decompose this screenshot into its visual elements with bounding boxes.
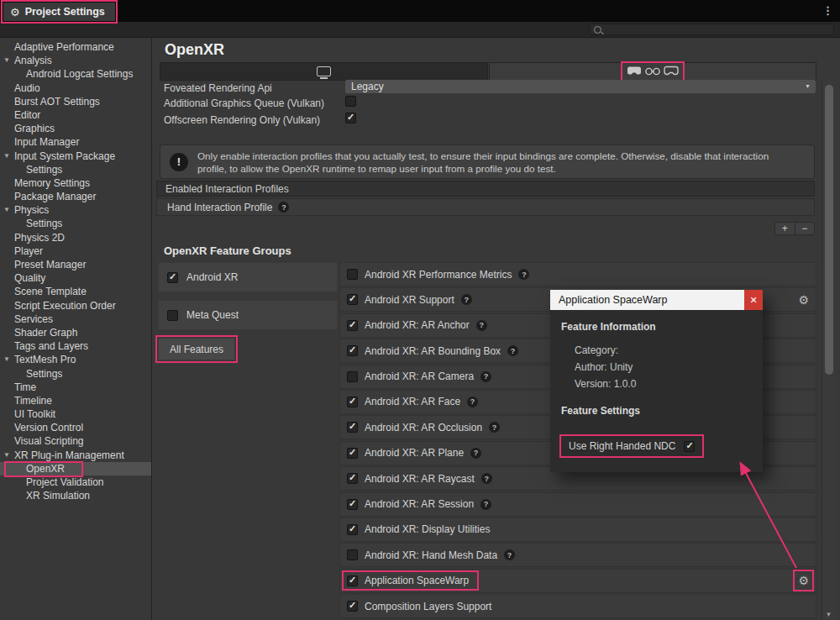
foveated-rendering-dropdown[interactable]: Legacy ▼	[345, 80, 816, 93]
feature-checkbox[interactable]	[347, 524, 358, 535]
sidebar-item[interactable]: ▼ Settings	[0, 367, 151, 381]
setting-checkbox[interactable]	[684, 441, 695, 452]
sidebar-item[interactable]: ▼ Physics 2D	[0, 231, 151, 244]
feature-checkbox[interactable]	[347, 345, 358, 356]
sidebar-item[interactable]: ▼ Settings	[0, 163, 151, 176]
sidebar-item[interactable]: ▼ OpenXR	[0, 462, 151, 476]
help-icon[interactable]: ?	[480, 499, 491, 510]
sidebar-item[interactable]: ▼ Android Logcat Settings	[0, 67, 151, 81]
feature-settings-gear-icon[interactable]: ⚙	[798, 294, 809, 306]
sidebar-item[interactable]: ▼ Scene Template	[0, 285, 151, 298]
sidebar-item[interactable]: ▼ Adaptive Performance	[0, 40, 151, 54]
feature-toggle: Android XR: AR Anchor ?	[347, 319, 487, 331]
setting-label: Use Right Handed NDC	[569, 440, 675, 452]
sidebar-item[interactable]: ▼ Settings	[0, 217, 151, 230]
sidebar-item[interactable]: ▼ Shader Graph	[0, 326, 151, 339]
foldout-icon[interactable]: ▼	[3, 356, 10, 363]
sidebar-item[interactable]: ▼ Memory Settings	[0, 176, 151, 190]
help-icon[interactable]: ?	[470, 448, 481, 459]
feature-group-row[interactable]: All Features	[158, 338, 235, 360]
kebab-menu-icon[interactable]: ⋮	[822, 4, 833, 17]
sidebar-item[interactable]: ▼ XR Simulation	[0, 489, 151, 502]
help-icon[interactable]: ?	[278, 202, 289, 213]
foldout-icon[interactable]: ▼	[3, 452, 10, 459]
tab-standalone[interactable]	[160, 62, 488, 81]
sidebar-item[interactable]: ▼ Package Manager	[0, 190, 151, 203]
feature-toggle: Android XR: Hand Mesh Data ?	[347, 549, 515, 561]
group-label: Meta Quest	[186, 309, 239, 321]
feature-checkbox[interactable]	[347, 422, 358, 433]
sidebar-item[interactable]: ▼ Editor	[0, 108, 151, 122]
sidebar-item[interactable]: ▼ Services	[0, 313, 151, 326]
sidebar-item[interactable]: ▼ UI Toolkit	[0, 407, 151, 421]
help-icon[interactable]: ?	[481, 473, 492, 484]
sidebar-item[interactable]: ▼ Audio	[0, 81, 151, 95]
help-icon[interactable]: ?	[480, 371, 491, 382]
graphics-queue-checkbox[interactable]	[345, 96, 356, 107]
feature-checkbox[interactable]	[347, 448, 358, 459]
sidebar-item[interactable]: ▼ Timeline	[0, 394, 151, 407]
help-icon[interactable]: ?	[507, 345, 518, 356]
sidebar-item[interactable]: ▼ Player	[0, 244, 151, 258]
foldout-icon[interactable]: ▼	[3, 57, 10, 64]
sidebar-item-label: Quality	[14, 272, 45, 284]
feature-checkbox[interactable]	[347, 575, 358, 586]
sidebar-item[interactable]: ▼ Physics	[0, 203, 151, 217]
tab-xr-devices[interactable]	[489, 62, 817, 81]
sidebar-item[interactable]: ▼ Script Execution Order	[0, 299, 151, 313]
scroll-down-icon[interactable]: ▼	[822, 611, 835, 618]
feature-settings-gear-icon[interactable]: ⚙	[798, 575, 809, 586]
sidebar-item[interactable]: ▼ Graphics	[0, 122, 151, 135]
help-icon[interactable]: ?	[461, 294, 472, 305]
feature-row: Application SpaceWarp ? ⚙	[339, 569, 816, 593]
foldout-icon[interactable]: ▼	[3, 207, 10, 213]
sidebar-item[interactable]: ▼ Version Control	[0, 421, 151, 434]
project-settings-window-tab[interactable]: ⚙ Project Settings	[3, 3, 115, 21]
sidebar-item[interactable]: ▼ Tags and Layers	[0, 339, 151, 353]
sidebar-item[interactable]: ▼ Burst AOT Settings	[0, 95, 151, 108]
sidebar-item[interactable]: ▼ Analysis	[0, 54, 151, 67]
help-icon[interactable]: ?	[518, 269, 529, 280]
feature-checkbox[interactable]	[347, 320, 358, 331]
popup-field: Author: Unity	[550, 359, 763, 376]
add-profile-button[interactable]: +	[775, 223, 795, 234]
sidebar-item[interactable]: ▼ Project Validation	[0, 476, 151, 489]
vertical-scrollbar[interactable]: ▼	[822, 81, 835, 620]
help-icon[interactable]: ?	[504, 549, 515, 560]
foldout-icon[interactable]: ▼	[3, 153, 10, 160]
sidebar-item[interactable]: ▼ Visual Scripting	[0, 434, 151, 448]
remove-profile-button[interactable]: −	[795, 223, 815, 234]
close-icon[interactable]: ✕	[744, 290, 763, 310]
help-icon[interactable]: ?	[476, 320, 487, 331]
feature-group-row[interactable]: Meta Quest	[158, 300, 338, 330]
search-input[interactable]	[589, 24, 834, 35]
sidebar-item[interactable]: ▼ TextMesh Pro	[0, 353, 151, 366]
feature-checkbox[interactable]	[347, 371, 358, 382]
sidebar-item[interactable]: ▼ Preset Manager	[0, 258, 151, 271]
group-label: All Features	[170, 344, 223, 355]
feature-toggle: Android XR: AR Camera ?	[347, 370, 491, 382]
group-checkbox[interactable]	[167, 310, 178, 321]
offscreen-rendering-checkbox[interactable]	[345, 113, 356, 123]
feature-checkbox[interactable]	[347, 549, 358, 560]
scrollbar-thumb[interactable]	[825, 85, 833, 375]
feature-label: Android XR: AR Session	[365, 498, 474, 510]
sidebar-item[interactable]: ▼ Time	[0, 381, 151, 394]
group-checkbox[interactable]	[167, 272, 178, 283]
feature-group-row[interactable]: Android XR	[158, 262, 338, 292]
feature-checkbox[interactable]	[347, 269, 358, 280]
sidebar-item[interactable]: ▼ Input System Package	[0, 150, 151, 163]
sidebar-item[interactable]: ▼ Quality	[0, 271, 151, 285]
feature-checkbox[interactable]	[347, 397, 358, 407]
feature-checkbox[interactable]	[347, 473, 358, 484]
sidebar-item[interactable]: ▼ XR Plug-in Management	[0, 449, 151, 462]
help-icon[interactable]: ?	[467, 397, 478, 407]
feature-checkbox[interactable]	[347, 294, 358, 305]
help-icon[interactable]: ?	[489, 422, 500, 433]
sidebar-item[interactable]: ▼ Input Manager	[0, 135, 151, 149]
feature-checkbox[interactable]	[347, 601, 358, 612]
feature-checkbox[interactable]	[347, 499, 358, 510]
sidebar-item-label: Version Control	[14, 422, 83, 433]
feature-label: Android XR: AR Plane	[365, 447, 464, 459]
hand-interaction-profile-row[interactable]: Hand Interaction Profile ?	[156, 198, 815, 216]
